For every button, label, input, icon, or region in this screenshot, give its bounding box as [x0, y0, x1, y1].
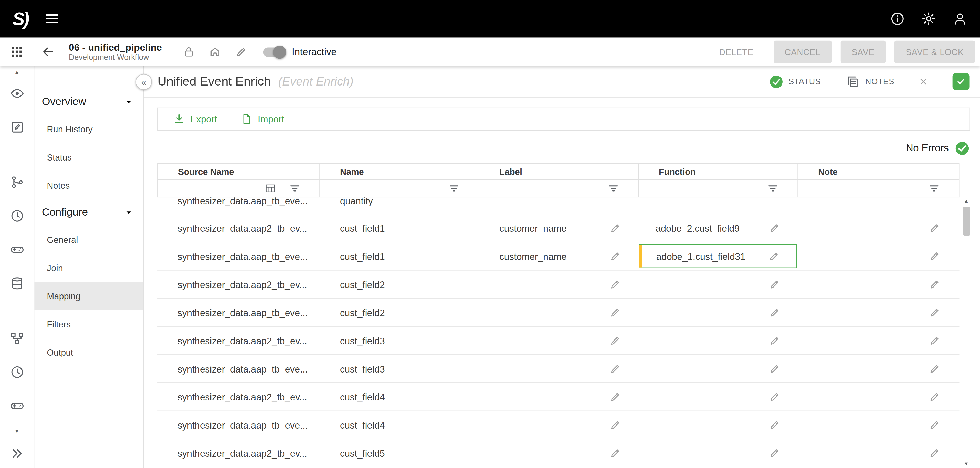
- import-button[interactable]: Import: [241, 113, 285, 125]
- edit-function-icon[interactable]: [769, 334, 781, 346]
- function-value: adobe_2.cust_field9: [639, 216, 797, 240]
- column-header-function: Function: [639, 164, 798, 179]
- name-cell: cust_field1: [320, 214, 479, 242]
- edit-note-icon[interactable]: [929, 391, 940, 403]
- edit-function-icon[interactable]: [769, 363, 781, 374]
- edit-function-icon[interactable]: [769, 419, 781, 431]
- info-icon[interactable]: [890, 11, 905, 26]
- edit-label-icon[interactable]: [609, 419, 621, 431]
- source-name-cell: synthesizer_data.aap2_tb_ev...: [158, 439, 320, 467]
- filter-icon[interactable]: [767, 183, 779, 194]
- edit-function-icon[interactable]: [769, 222, 781, 234]
- export-button[interactable]: Export: [173, 113, 217, 125]
- gear-icon[interactable]: [921, 11, 937, 26]
- rail-scroll-down-icon[interactable]: ▼: [14, 429, 19, 443]
- table-row[interactable]: synthesizer_data.aap_tb_eve...cust_field…: [158, 355, 959, 383]
- edit-note-icon[interactable]: [929, 306, 940, 318]
- table-row[interactable]: synthesizer_data.aap2_tb_ev...cust_field…: [158, 439, 959, 468]
- table-row[interactable]: synthesizer_data.aap2_tb_ev...cust_field…: [158, 271, 959, 299]
- edit-label-icon[interactable]: [609, 334, 621, 346]
- edit-function-icon[interactable]: [769, 306, 781, 318]
- lock-icon[interactable]: [183, 46, 195, 58]
- sidebar: Overview Run HistoryStatusNotes Configur…: [34, 66, 144, 468]
- collapse-panel-icon[interactable]: «: [136, 74, 152, 90]
- edit-note-icon[interactable]: [929, 250, 940, 262]
- table-row[interactable]: synthesizer_data.aap2_tb_ev...cust_field…: [158, 214, 959, 242]
- no-errors-indicator: No Errors: [144, 140, 969, 156]
- interactive-toggle[interactable]: [263, 47, 285, 57]
- sidebar-item-join[interactable]: Join: [34, 254, 143, 282]
- save-button[interactable]: SAVE: [840, 41, 886, 63]
- column-chooser-icon[interactable]: [264, 183, 276, 194]
- rail-gamepad-icon[interactable]: [10, 396, 24, 415]
- expand-rail-icon[interactable]: [10, 443, 24, 463]
- edit-note-icon[interactable]: [929, 334, 940, 346]
- sidebar-item-general[interactable]: General: [34, 226, 143, 254]
- edit-label-icon[interactable]: [609, 306, 621, 318]
- save-lock-button[interactable]: SAVE & LOCK: [894, 41, 975, 63]
- table-row[interactable]: synthesizer_data.aap2_tb_ev...cust_field…: [158, 327, 959, 355]
- filter-cell-source-name: [158, 180, 320, 197]
- home-icon[interactable]: [209, 46, 221, 58]
- rail-clock-icon[interactable]: [10, 205, 24, 226]
- scroll-up-icon[interactable]: ▲: [964, 199, 969, 204]
- back-button[interactable]: [41, 45, 55, 59]
- edit-note-icon[interactable]: [929, 363, 940, 374]
- rail-merge-icon[interactable]: [10, 172, 24, 192]
- edit-label-icon[interactable]: [609, 278, 621, 290]
- edit-function-icon[interactable]: [769, 278, 781, 290]
- edit-function-icon[interactable]: [769, 391, 781, 403]
- status-button[interactable]: STATUS: [769, 75, 821, 89]
- table-row[interactable]: synthesizer_data.aap_tb_eve...cust_field…: [158, 411, 959, 439]
- filter-icon[interactable]: [608, 183, 619, 194]
- scrollbar-thumb[interactable]: [963, 207, 970, 236]
- rail-hierarchy-icon[interactable]: [10, 328, 24, 348]
- rail-scroll-up-icon[interactable]: ▲: [14, 66, 19, 76]
- apps-grid-icon[interactable]: [10, 45, 24, 59]
- edit-note-icon[interactable]: [929, 419, 940, 431]
- sidebar-item-run-history[interactable]: Run History: [34, 115, 143, 143]
- rail-gamepad-icon[interactable]: [10, 239, 24, 259]
- name-cell: cust_field2: [320, 299, 479, 326]
- table-row[interactable]: synthesizer_data.aap_tb_eve...cust_field…: [158, 242, 959, 271]
- edit-label-icon[interactable]: [609, 250, 621, 262]
- filter-icon[interactable]: [289, 183, 301, 194]
- function-value[interactable]: adobe_1.cust_field31: [639, 244, 797, 268]
- edit-note-icon[interactable]: [929, 278, 940, 290]
- sidebar-item-notes[interactable]: Notes: [34, 171, 143, 199]
- pipeline-title-block: 06 - unified_pipeline Development Workfl…: [68, 42, 162, 62]
- filter-icon[interactable]: [928, 183, 940, 194]
- close-icon[interactable]: ×: [920, 75, 928, 89]
- edit-label-icon[interactable]: [609, 222, 621, 234]
- edit-label-icon[interactable]: [609, 447, 621, 459]
- sidebar-item-mapping[interactable]: Mapping: [34, 282, 143, 310]
- sidebar-section-configure[interactable]: Configure: [34, 199, 143, 226]
- sidebar-item-status[interactable]: Status: [34, 143, 143, 171]
- edit-label-icon[interactable]: [609, 363, 621, 374]
- edit-function-icon[interactable]: [769, 447, 781, 459]
- menu-icon[interactable]: [44, 11, 59, 26]
- sidebar-section-overview[interactable]: Overview: [34, 89, 143, 115]
- table-row[interactable]: synthesizer_data.aap2_tb_ev...cust_field…: [158, 383, 959, 411]
- table-row-partial[interactable]: synthesizer_data.aap_tb_eve... quantity: [158, 197, 959, 214]
- edit-function-icon[interactable]: [768, 250, 780, 262]
- scroll-down-icon[interactable]: ▼: [964, 462, 969, 468]
- confirm-check-icon[interactable]: [953, 73, 969, 90]
- rail-clock-icon[interactable]: [10, 362, 24, 382]
- app-logo: S): [13, 8, 28, 29]
- rail-eye-icon[interactable]: [10, 83, 24, 103]
- rail-database-icon[interactable]: [10, 273, 24, 293]
- filter-icon[interactable]: [448, 183, 460, 194]
- delete-button[interactable]: DELETE: [719, 47, 753, 57]
- cancel-button[interactable]: CANCEL: [773, 41, 832, 63]
- sidebar-item-output[interactable]: Output: [34, 338, 143, 366]
- notes-button[interactable]: NOTES: [846, 75, 894, 89]
- account-icon[interactable]: [953, 11, 968, 26]
- edit-pencil-icon[interactable]: [235, 46, 248, 58]
- table-row[interactable]: synthesizer_data.aap_tb_eve...cust_field…: [158, 299, 959, 327]
- rail-edit-note-icon[interactable]: [10, 117, 24, 137]
- edit-label-icon[interactable]: [609, 391, 621, 403]
- edit-note-icon[interactable]: [929, 447, 940, 459]
- sidebar-item-filters[interactable]: Filters: [34, 310, 143, 338]
- edit-note-icon[interactable]: [929, 222, 940, 234]
